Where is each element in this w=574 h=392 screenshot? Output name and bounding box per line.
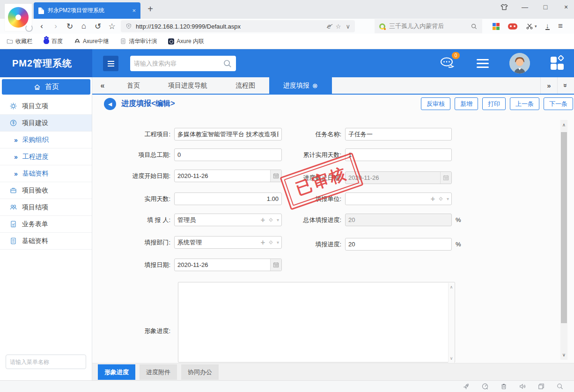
report-progress-input[interactable] [345, 238, 452, 251]
trash-icon[interactable] [500, 383, 508, 390]
sidebar-toggle-button[interactable] [103, 56, 118, 71]
ie-compat-icon[interactable]: e [327, 22, 331, 30]
textarea-scrollbar[interactable]: ∧ ∨ [448, 283, 454, 362]
previous-record-button[interactable]: 上一条 [510, 97, 539, 110]
bookmark-baidu[interactable]: 百度 [44, 37, 63, 45]
search-icon[interactable] [471, 23, 478, 30]
undo-icon[interactable]: ↺ [92, 20, 104, 32]
close-icon[interactable]: × [562, 3, 570, 11]
visual-progress-textarea[interactable]: ∧ ∨ [178, 282, 455, 362]
app-launcher-icon[interactable] [551, 56, 566, 71]
browser-logo[interactable] [5, 4, 32, 31]
calendar-icon[interactable] [270, 259, 281, 271]
sidebar-item-procurement[interactable]: » 采购组织 [0, 132, 92, 148]
bookmark-axure-relay[interactable]: Axure中继 [74, 37, 109, 45]
app-menu-icon[interactable] [477, 59, 489, 68]
sidebar-item-basic-data[interactable]: 基础资料 [0, 233, 92, 250]
field-label: 总体填报进度: [256, 216, 345, 224]
bookmark-axure-inline[interactable]: Axure 内联 [168, 37, 204, 45]
sidebar-home-button[interactable]: 首页 [2, 79, 90, 95]
scrollbar-thumb[interactable] [561, 132, 567, 323]
sidebar-item-engineering-progress[interactable]: » 工程进度 [0, 148, 92, 165]
field-label: 填报部门: [92, 238, 174, 247]
print-button[interactable]: 打印 [482, 97, 506, 110]
add-button[interactable]: 新增 [455, 97, 478, 110]
overall-progress-input [345, 214, 452, 226]
bookmark-favorites[interactable]: 收藏栏 [7, 37, 32, 45]
bottom-tab-bar: 形象进度 进度附件 协同办公 [92, 363, 574, 380]
zoom-search-icon[interactable] [556, 383, 564, 390]
back-icon[interactable]: ‹ [36, 20, 48, 32]
field-label: 任务名称: [256, 130, 345, 139]
sidebar-item-business-forms[interactable]: 业务表单 [0, 216, 92, 233]
tabs-scroll-left-icon[interactable]: « [92, 77, 113, 94]
browser-tab[interactable]: 邦永PM2项目管理系统 × [34, 2, 140, 19]
tab-close-icon[interactable]: ⊗ [312, 82, 318, 89]
task-name-input[interactable] [345, 128, 452, 141]
sidebar-home-label: 首页 [45, 82, 59, 91]
work-tab-progress-report[interactable]: 进度填报 ⊗ [269, 77, 332, 94]
scroll-down-icon[interactable]: ∨ [560, 352, 567, 357]
sidebar-item-project-closing[interactable]: 项目结项 [0, 199, 92, 216]
messages-button[interactable]: 0 [439, 56, 456, 70]
bookmark-tsinghua[interactable]: 清华审计演 [120, 37, 157, 45]
home-icon[interactable]: ⌂ [78, 20, 90, 32]
bottom-tab-collaboration[interactable]: 协同办公 [181, 364, 219, 380]
app-search-input[interactable] [134, 60, 223, 67]
window-layout-icon[interactable] [537, 383, 545, 390]
back-circle-icon[interactable]: ◀ [104, 98, 116, 110]
boost-rocket-icon[interactable] [463, 383, 470, 390]
bottom-tab-progress-attachment[interactable]: 进度附件 [140, 364, 177, 380]
search-icon[interactable] [223, 59, 232, 68]
browser-menu-icon[interactable]: ≡ [558, 22, 563, 31]
sidebar-item-project-initiation[interactable]: 项目立项 [0, 98, 92, 115]
minimize-icon[interactable]: — [521, 3, 529, 11]
menu-search-box[interactable] [6, 355, 86, 369]
sidebar-item-project-acceptance[interactable]: 项目验收 [0, 182, 92, 199]
next-record-button[interactable]: 下一条 [544, 97, 573, 110]
apps-grid-icon[interactable] [493, 23, 500, 30]
skin-icon[interactable] [500, 3, 508, 11]
scissors-caret-icon[interactable]: ▾ [535, 24, 537, 29]
favorites-star-icon[interactable]: ☆ [106, 20, 118, 32]
app-search-box[interactable] [130, 56, 236, 71]
sidebar-item-basic-data-sub[interactable]: » 基础资料 [0, 165, 92, 182]
tabs-scroll-right-icon[interactable]: » [540, 77, 557, 94]
browser-search-box[interactable]: 三千孤儿入内蒙背后 [375, 19, 482, 33]
maximize-icon[interactable]: □ [541, 3, 550, 11]
picker-clear-icon[interactable] [438, 196, 444, 202]
work-tab-progress-nav[interactable]: 项目进度导航 [154, 77, 221, 94]
panel-scrollbar[interactable]: ∧ ∨ [560, 120, 567, 360]
picker-caret-icon[interactable]: ▾ [447, 196, 449, 201]
folder-icon [7, 38, 13, 44]
reload-icon[interactable]: ↻ [64, 20, 76, 32]
volume-icon[interactable] [519, 383, 526, 390]
download-icon[interactable]: ↓ [545, 22, 550, 30]
report-date-input[interactable] [174, 259, 282, 271]
scroll-down-icon[interactable]: ∨ [450, 356, 453, 361]
url-field[interactable]: http://192.168.1.120:9999/Default.aspx e… [121, 20, 355, 32]
sidebar-item-project-construction[interactable]: 项目建设 [0, 115, 92, 132]
games-icon[interactable] [508, 23, 517, 30]
scroll-up-icon[interactable]: ∧ [560, 122, 567, 127]
menu-search-input[interactable] [10, 359, 82, 365]
bottom-tab-visual-progress[interactable]: 形象进度 [98, 364, 135, 380]
scroll-up-icon[interactable]: ∧ [450, 285, 453, 289]
search-query[interactable]: 三千孤儿入内蒙背后 [389, 22, 467, 30]
url-text[interactable]: http://192.168.1.120:9999/Default.aspx [136, 23, 324, 30]
user-avatar[interactable] [509, 53, 530, 74]
picker-add-icon[interactable]: + [431, 195, 435, 203]
work-tab-flowchart[interactable]: 流程图 [221, 77, 269, 94]
unaudit-button[interactable]: 反审核 [421, 97, 450, 110]
tab-close-icon[interactable]: × [132, 7, 136, 14]
work-tab-home[interactable]: 首页 [113, 77, 154, 94]
bookmark-star-icon[interactable]: ☆ [336, 23, 341, 30]
forward-icon[interactable]: › [50, 20, 62, 32]
url-dropdown-icon[interactable]: ∨ [346, 23, 350, 30]
tabs-collapse-icon[interactable]: » [557, 77, 574, 94]
speed-test-icon[interactable] [481, 383, 489, 390]
people-icon [9, 203, 17, 211]
new-tab-button[interactable]: + [144, 4, 156, 15]
screenshot-scissors-icon[interactable]: ▾ [526, 22, 537, 30]
accum-days-input[interactable] [345, 148, 452, 161]
